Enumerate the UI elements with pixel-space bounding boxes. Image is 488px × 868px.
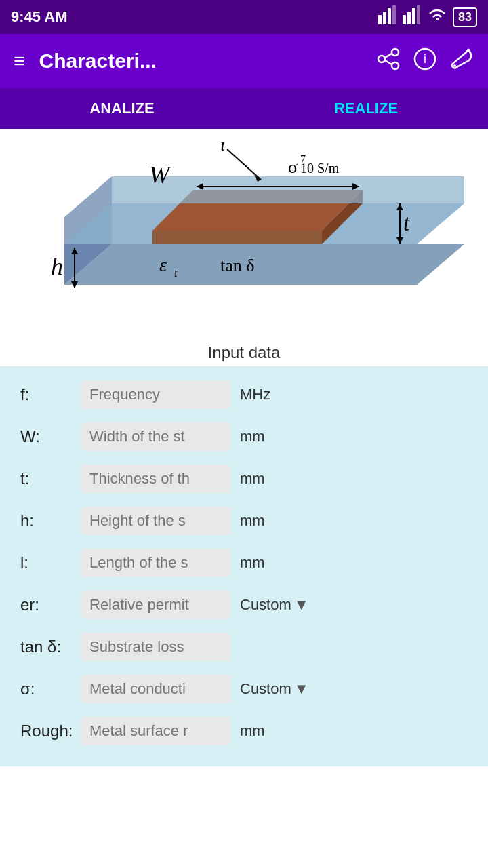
svg-text:tan δ: tan δ (220, 256, 255, 275)
status-right-icons: 83 (378, 5, 477, 28)
svg-text:r: r (174, 266, 178, 279)
label-t: t: (20, 469, 75, 488)
input-er[interactable] (81, 591, 230, 619)
input-row-er: er: Custom ▼ (20, 587, 468, 623)
er-dropdown[interactable]: Custom ▼ (240, 596, 309, 614)
wifi-icon (427, 5, 447, 28)
status-bar: 9:45 AM 83 (0, 0, 488, 34)
label-l: l: (20, 553, 75, 572)
status-time: 9:45 AM (11, 8, 68, 26)
input-row-tan: tan δ: (20, 629, 468, 665)
diagram-area: W h t σ 7 10 S/m ε r tan δ ι (0, 129, 488, 339)
svg-text:i: i (424, 52, 426, 66)
input-h[interactable] (81, 507, 230, 535)
input-l[interactable] (81, 549, 230, 577)
er-dropdown-arrow: ▼ (294, 596, 309, 614)
input-w[interactable] (81, 422, 230, 451)
label-sigma: σ: (20, 679, 75, 698)
svg-text:h: h (51, 253, 63, 280)
svg-rect-3 (392, 5, 396, 24)
input-sigma[interactable] (81, 675, 230, 703)
svg-text:10 S/m: 10 S/m (300, 161, 340, 176)
label-f: f: (20, 385, 75, 404)
svg-line-42 (227, 149, 261, 180)
tab-analize[interactable]: ANALIZE (0, 88, 244, 129)
label-h: h: (20, 511, 75, 530)
label-er: er: (20, 595, 75, 614)
input-f[interactable] (81, 380, 230, 409)
input-row-rough: Rough: mm (20, 713, 468, 749)
svg-rect-4 (403, 15, 406, 24)
unit-f: MHz (240, 386, 270, 403)
label-rough: Rough: (20, 722, 75, 741)
svg-text:ι: ι (220, 136, 225, 155)
wrench-icon[interactable] (450, 47, 474, 76)
svg-text:t: t (403, 210, 411, 235)
svg-point-9 (392, 62, 399, 69)
signal-icon-2 (403, 5, 422, 28)
input-rough[interactable] (81, 717, 230, 745)
sigma-dropdown-arrow: ▼ (294, 680, 309, 698)
microstrip-diagram: W h t σ 7 10 S/m ε r tan δ ι (24, 136, 464, 332)
svg-rect-0 (378, 15, 382, 24)
toolbar: ≡ Characteri... i (0, 34, 488, 88)
sigma-dropdown[interactable]: Custom ▼ (240, 680, 309, 698)
input-data-label: Input data (0, 339, 488, 366)
svg-marker-21 (152, 231, 322, 244)
signal-icon (378, 5, 397, 28)
input-row-t: t: mm (20, 461, 468, 496)
input-row-w: W: mm (20, 419, 468, 454)
sigma-dropdown-value: Custom (240, 680, 291, 698)
svg-text:W: W (149, 161, 171, 189)
input-tan[interactable] (81, 633, 230, 661)
svg-line-12 (385, 60, 392, 64)
input-row-h: h: mm (20, 503, 468, 538)
svg-text:ε: ε (159, 254, 167, 275)
label-w: W: (20, 427, 75, 446)
svg-rect-2 (388, 8, 391, 24)
input-row-l: l: mm (20, 545, 468, 580)
svg-point-15 (453, 64, 456, 67)
svg-text:σ: σ (288, 157, 298, 177)
unit-w: mm (240, 428, 265, 446)
svg-rect-6 (412, 8, 415, 24)
tab-bar: ANALIZE REALIZE (0, 88, 488, 129)
label-tan: tan δ: (20, 637, 75, 656)
unit-l: mm (240, 554, 265, 572)
input-t[interactable] (81, 465, 230, 493)
input-row-f: f: MHz (20, 377, 468, 412)
svg-line-11 (385, 54, 392, 58)
svg-point-10 (378, 56, 385, 62)
app-title: Characteri... (39, 50, 363, 73)
unit-h: mm (240, 512, 265, 530)
er-dropdown-value: Custom (240, 596, 291, 614)
battery-indicator: 83 (453, 7, 477, 27)
svg-point-8 (392, 49, 399, 56)
svg-marker-16 (64, 244, 464, 285)
svg-rect-7 (417, 5, 420, 24)
unit-t: mm (240, 470, 265, 488)
unit-rough: mm (240, 722, 265, 740)
input-table: f: MHz W: mm t: mm h: mm l: mm er: Custo… (0, 366, 488, 766)
tab-realize[interactable]: REALIZE (244, 88, 488, 129)
menu-icon[interactable]: ≡ (14, 50, 26, 73)
svg-rect-5 (407, 12, 411, 24)
svg-rect-1 (383, 12, 386, 24)
input-row-sigma: σ: Custom ▼ (20, 671, 468, 707)
share-icon[interactable] (377, 47, 400, 75)
info-icon[interactable]: i (413, 47, 436, 75)
